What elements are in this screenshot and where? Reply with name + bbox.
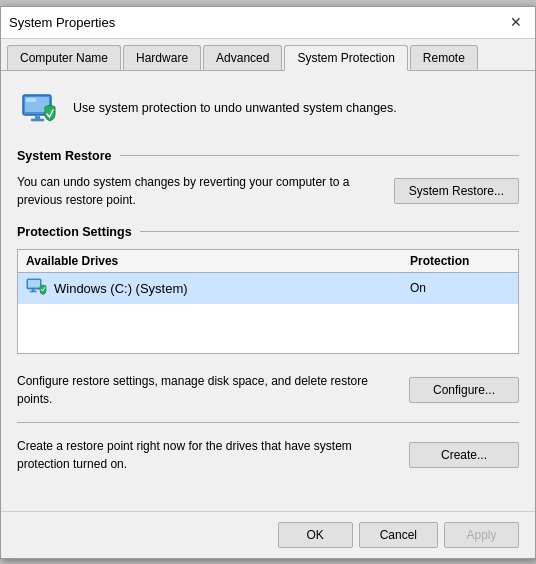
table-body: Windows (C:) (System) On [18,273,518,353]
system-restore-section: System Restore You can undo system chang… [17,149,519,209]
drive-icon [26,278,48,299]
cancel-button[interactable]: Cancel [359,522,438,548]
top-info-section: Use system protection to undo unwanted s… [17,87,519,131]
configure-button[interactable]: Configure... [409,377,519,403]
protection-settings-header: Protection Settings [17,225,519,239]
table-header: Available Drives Protection [18,250,518,273]
system-restore-content: You can undo system changes by reverting… [17,173,519,209]
col-available-drives: Available Drives [26,254,410,268]
close-button[interactable]: ✕ [505,11,527,33]
system-restore-description: You can undo system changes by reverting… [17,173,382,209]
tab-computer-name[interactable]: Computer Name [7,45,121,70]
svg-rect-6 [28,280,40,288]
system-restore-button[interactable]: System Restore... [394,178,519,204]
system-restore-title: System Restore [17,149,112,163]
drives-table: Available Drives Protection [17,249,519,354]
create-action-row: Create a restore point right now for the… [17,431,519,479]
configure-action-row: Configure restore settings, manage disk … [17,366,519,414]
protection-settings-title: Protection Settings [17,225,132,239]
svg-rect-7 [32,289,35,291]
svg-rect-2 [26,98,36,102]
protection-settings-section: Protection Settings Available Drives Pro… [17,225,519,479]
protection-status: On [410,281,510,295]
title-bar: System Properties ✕ [1,7,535,39]
section-divider-line [120,155,520,156]
footer: OK Cancel Apply [1,511,535,558]
drive-name: Windows (C:) (System) [54,281,188,296]
col-protection: Protection [410,254,510,268]
tab-hardware[interactable]: Hardware [123,45,201,70]
tab-content: Use system protection to undo unwanted s… [1,71,535,511]
section-divider-line2 [140,231,519,232]
window-title: System Properties [9,15,115,30]
system-properties-window: System Properties ✕ Computer Name Hardwa… [0,6,536,559]
system-protection-icon [17,87,61,131]
apply-button[interactable]: Apply [444,522,519,548]
tab-system-protection[interactable]: System Protection [284,45,407,71]
create-button[interactable]: Create... [409,442,519,468]
top-info-text: Use system protection to undo unwanted s… [73,100,397,118]
action-divider [17,422,519,423]
tab-remote[interactable]: Remote [410,45,478,70]
tabs-bar: Computer Name Hardware Advanced System P… [1,39,535,71]
svg-rect-4 [31,119,44,121]
svg-rect-3 [35,115,40,119]
create-text: Create a restore point right now for the… [17,437,397,473]
svg-rect-8 [30,291,37,292]
drive-cell: Windows (C:) (System) [26,278,410,299]
system-restore-header: System Restore [17,149,519,163]
configure-text: Configure restore settings, manage disk … [17,372,397,408]
ok-button[interactable]: OK [278,522,353,548]
tab-advanced[interactable]: Advanced [203,45,282,70]
table-row[interactable]: Windows (C:) (System) On [18,273,518,304]
